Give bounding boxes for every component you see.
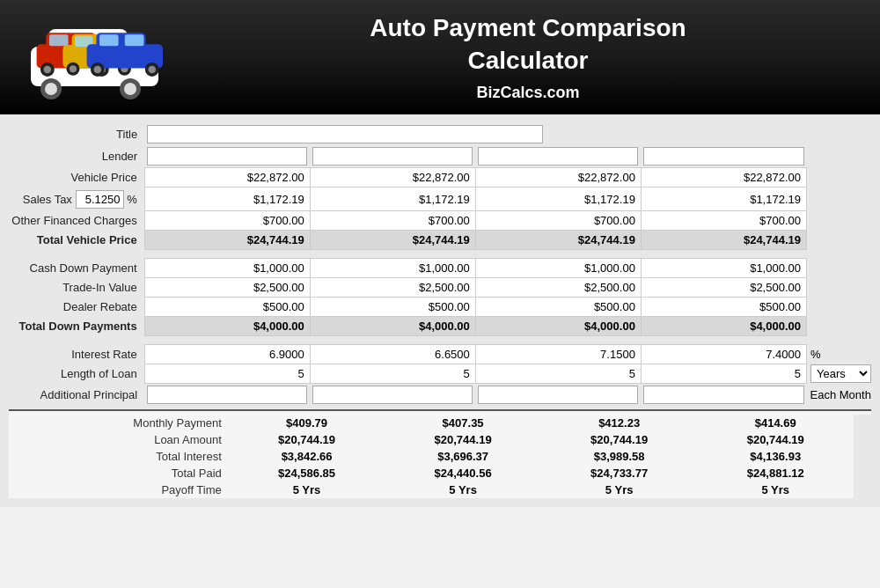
total-down-4: $4,000.00	[641, 317, 806, 336]
title-line2: Calculator	[468, 47, 589, 74]
lender-row: Lender	[9, 145, 871, 168]
calculator: Title Lender Vehicle Price $22,872.00 $2…	[0, 114, 880, 507]
dealer-rebate-3: $500.00	[475, 298, 641, 317]
loan-amount-4: $20,744.19	[697, 431, 854, 448]
cars-image	[18, 16, 176, 99]
dealer-rebate-1: $500.00	[144, 298, 310, 317]
lender-input-2[interactable]	[312, 147, 473, 165]
total-vehicle-4: $24,744.19	[641, 231, 806, 250]
title-input[interactable]	[147, 125, 543, 143]
total-paid-4: $24,881.12	[697, 465, 854, 481]
vehicle-price-label: Vehicle Price	[9, 168, 144, 187]
other-financed-row: Other Financed Charges $700.00 $700.00 $…	[9, 211, 871, 231]
lender-input-3[interactable]	[478, 147, 638, 165]
svg-rect-24	[99, 34, 119, 46]
sales-tax-label: Sales Tax %	[9, 187, 144, 211]
addl-principal-cell-3	[475, 384, 641, 407]
svg-point-29	[148, 65, 156, 73]
sales-tax-4: $1,172.19	[641, 187, 806, 211]
each-month-label: Each Month	[807, 384, 872, 407]
total-vehicle-2: $24,744.19	[310, 231, 475, 250]
loan-length-1: 5	[144, 364, 310, 384]
other-financed-1: $700.00	[144, 211, 310, 231]
separator-2	[9, 336, 871, 345]
addl-principal-cell-2	[310, 384, 475, 407]
payoff-time-4: 5 Yrs	[697, 481, 854, 498]
total-interest-label: Total Interest	[9, 448, 229, 465]
cash-down-row: Cash Down Payment $1,000.00 $1,000.00 $1…	[9, 259, 871, 278]
loan-amount-label: Loan Amount	[9, 431, 229, 448]
cash-down-3: $1,000.00	[475, 259, 641, 278]
total-interest-1: $3,842.66	[229, 448, 385, 465]
vehicle-price-4: $22,872.00	[641, 168, 806, 187]
payoff-time-2: 5 Yrs	[385, 481, 541, 498]
additional-principal-row: Additional Principal Each Month	[9, 384, 871, 407]
addl-principal-input-1[interactable]	[147, 386, 307, 404]
total-down-label: Total Down Payments	[9, 317, 144, 336]
cash-down-label: Cash Down Payment	[9, 259, 144, 278]
sales-tax-rate-input[interactable]	[76, 190, 124, 209]
monthly-payment-label: Monthly Payment	[9, 415, 229, 431]
header-title: Auto Payment Comparison Calculator BizCa…	[194, 12, 862, 102]
total-down-row: Total Down Payments $4,000.00 $4,000.00 …	[9, 317, 871, 336]
monthly-payment-4: $414.69	[697, 415, 854, 431]
interest-rate-4: 7.4000	[641, 345, 806, 364]
other-financed-label: Other Financed Charges	[9, 211, 144, 231]
trade-in-4: $2,500.00	[641, 278, 806, 298]
total-paid-2: $24,440.56	[385, 465, 541, 481]
results-section: Monthly Payment $409.79 $407.35 $412.23 …	[9, 409, 871, 498]
total-paid-3: $24,733.77	[541, 465, 698, 481]
trade-in-row: Trade-In Value $2,500.00 $2,500.00 $2,50…	[9, 278, 871, 298]
title-line1: Auto Payment Comparison	[370, 14, 686, 41]
vehicle-price-1: $22,872.00	[144, 168, 310, 187]
total-down-2: $4,000.00	[310, 317, 475, 336]
svg-point-27	[94, 65, 102, 73]
trade-in-1: $2,500.00	[144, 278, 310, 298]
site-name: BizCalcs.com	[194, 84, 862, 102]
interest-rate-1: 6.9000	[144, 345, 310, 364]
sales-tax-row: Sales Tax % $1,172.19 $1,172.19 $1,172.1…	[9, 187, 871, 211]
total-interest-3: $3,989.58	[541, 448, 698, 465]
lender-cell-4	[641, 145, 806, 168]
svg-point-11	[44, 65, 52, 73]
lender-label: Lender	[9, 145, 144, 168]
other-financed-2: $700.00	[310, 211, 475, 231]
total-vehicle-label: Total Vehicle Price	[9, 231, 144, 250]
monthly-payment-2: $407.35	[385, 415, 541, 431]
payoff-time-3: 5 Yrs	[541, 481, 698, 498]
interest-rate-label: Interest Rate	[9, 345, 144, 364]
loan-unit-select[interactable]: Years Months	[810, 364, 871, 383]
results-table: Monthly Payment $409.79 $407.35 $412.23 …	[9, 415, 871, 498]
monthly-payment-1: $409.79	[229, 415, 385, 431]
logo	[18, 16, 194, 99]
total-vehicle-3: $24,744.19	[475, 231, 641, 250]
header: Auto Payment Comparison Calculator BizCa…	[0, 0, 880, 114]
cash-down-4: $1,000.00	[641, 259, 806, 278]
total-paid-1: $24,586.85	[229, 465, 385, 481]
lender-input-1[interactable]	[147, 147, 307, 165]
svg-rect-8	[49, 34, 69, 46]
svg-point-5	[124, 83, 136, 95]
sales-tax-3: $1,172.19	[475, 187, 641, 211]
loan-amount-3: $20,744.19	[541, 431, 698, 448]
loan-amount-1: $20,744.19	[229, 431, 385, 448]
total-vehicle-1: $24,744.19	[144, 231, 310, 250]
dealer-rebate-4: $500.00	[641, 298, 806, 317]
addl-principal-input-2[interactable]	[312, 386, 473, 404]
sales-tax-pct: %	[127, 193, 137, 206]
loan-length-4: 5	[641, 364, 806, 384]
addl-principal-input-4[interactable]	[643, 386, 803, 404]
lender-cell-3	[475, 145, 641, 168]
other-financed-4: $700.00	[641, 211, 806, 231]
interest-pct-label: %	[807, 345, 872, 364]
addl-principal-cell-4	[641, 384, 806, 407]
dealer-rebate-2: $500.00	[310, 298, 475, 317]
loan-length-row: Length of Loan 5 5 5 5 Years Months	[9, 364, 871, 384]
title-label: Title	[9, 123, 144, 145]
svg-rect-25	[125, 34, 144, 46]
sales-tax-1: $1,172.19	[144, 187, 310, 211]
interest-rate-row: Interest Rate 6.9000 6.6500 7.1500 7.400…	[9, 345, 871, 364]
addl-principal-input-3[interactable]	[478, 386, 638, 404]
lender-input-4[interactable]	[643, 147, 803, 165]
interest-rate-3: 7.1500	[475, 345, 641, 364]
